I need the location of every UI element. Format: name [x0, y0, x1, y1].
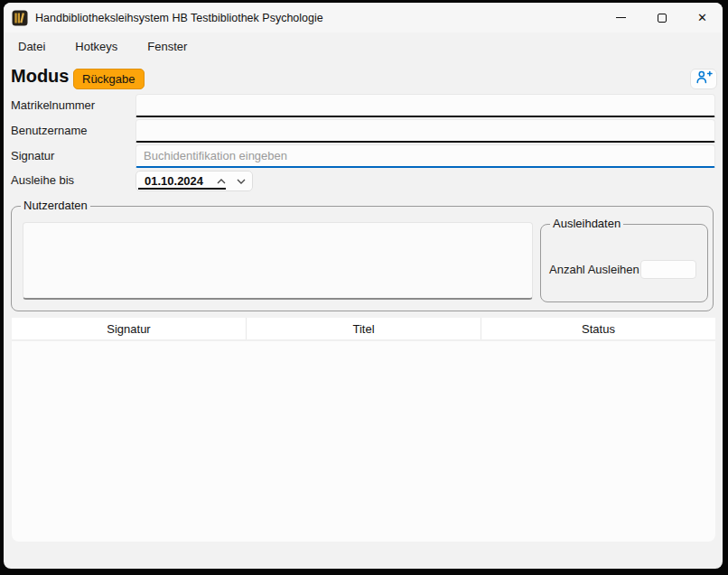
- page-title: Modus: [11, 66, 69, 87]
- signatur-field[interactable]: [135, 144, 715, 168]
- nutzerdaten-textarea[interactable]: [23, 222, 533, 300]
- library-books-icon: [12, 10, 28, 26]
- ausleihe-bis-label: Ausleihe bis: [11, 169, 74, 192]
- minimize-button[interactable]: [601, 3, 641, 32]
- chevron-up-icon: [217, 179, 226, 184]
- nutzerdaten-groupbox: Nutzerdaten Ausleihdaten Anzahl Ausleihe…: [11, 206, 714, 311]
- close-button[interactable]: ✕: [682, 3, 723, 32]
- spin-up-button[interactable]: [212, 172, 230, 190]
- titlebar: Handbibliotheksleihsystem HB Testbibliot…: [4, 3, 723, 32]
- menu-item-fenster[interactable]: Fenster: [145, 37, 189, 56]
- maximize-icon: [658, 14, 667, 23]
- close-icon: ✕: [697, 12, 707, 23]
- window-controls: ✕: [601, 3, 723, 32]
- maximize-button[interactable]: [641, 3, 682, 32]
- ausleihdaten-legend: Ausleihdaten: [550, 217, 623, 230]
- add-user-button[interactable]: [690, 69, 717, 89]
- date-value[interactable]: 01.10.2024: [145, 174, 203, 188]
- app-window: Handbibliotheksleihsystem HB Testbibliot…: [4, 3, 723, 569]
- spin-down-button[interactable]: [232, 172, 250, 190]
- column-header-signatur[interactable]: Signatur: [12, 318, 247, 339]
- ausleihdaten-groupbox: Ausleihdaten Anzahl Ausleihen: [540, 224, 708, 302]
- menu-item-datei[interactable]: Datei: [16, 37, 47, 56]
- mode-badge[interactable]: Rückgabe: [73, 69, 145, 89]
- nutzerdaten-legend: Nutzerdaten: [21, 199, 90, 212]
- results-table: Signatur Titel Status: [12, 318, 715, 542]
- benutzername-label: Benutzername: [11, 119, 88, 143]
- person-add-icon: [695, 70, 713, 88]
- column-header-status[interactable]: Status: [481, 318, 715, 339]
- window-title: Handbibliotheksleihsystem HB Testbibliot…: [35, 12, 323, 24]
- table-body: [12, 341, 715, 542]
- ausleihe-bis-date-spinner[interactable]: 01.10.2024: [135, 171, 253, 191]
- anzahl-ausleihen-field[interactable]: [640, 260, 696, 279]
- minimize-icon: [616, 17, 626, 18]
- anzahl-ausleihen-label: Anzahl Ausleihen: [549, 263, 639, 276]
- column-header-titel[interactable]: Titel: [247, 318, 481, 339]
- chevron-down-icon: [237, 179, 246, 184]
- signatur-label: Signatur: [11, 144, 54, 168]
- benutzername-field[interactable]: [135, 119, 715, 143]
- menubar: Datei Hotkeys Fenster: [4, 32, 723, 60]
- table-header-row: Signatur Titel Status: [12, 318, 715, 341]
- matrikelnummer-field[interactable]: [135, 94, 715, 117]
- menu-item-hotkeys[interactable]: Hotkeys: [73, 37, 119, 56]
- matrikelnummer-label: Matrikelnummer: [11, 94, 95, 117]
